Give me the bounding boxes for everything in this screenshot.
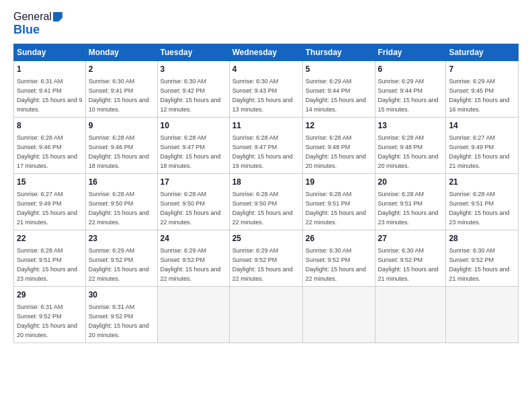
day-number: 10 xyxy=(161,120,226,132)
col-tuesday: Tuesday xyxy=(157,44,229,61)
day-info: Sunrise: 6:28 AMSunset: 9:46 PMDaylight:… xyxy=(17,134,77,169)
table-row: 14Sunrise: 6:27 AMSunset: 9:49 PMDayligh… xyxy=(446,117,519,173)
table-row: 7Sunrise: 6:29 AMSunset: 9:45 PMDaylight… xyxy=(446,61,519,118)
day-info: Sunrise: 6:28 AMSunset: 9:48 PMDaylight:… xyxy=(378,134,439,169)
day-number: 24 xyxy=(161,233,226,244)
day-number: 16 xyxy=(89,177,154,188)
day-number: 2 xyxy=(89,64,154,75)
table-row: 6Sunrise: 6:29 AMSunset: 9:44 PMDaylight… xyxy=(375,61,446,118)
day-info: Sunrise: 6:29 AMSunset: 9:52 PMDaylight:… xyxy=(232,247,293,282)
day-info: Sunrise: 6:30 AMSunset: 9:42 PMDaylight:… xyxy=(161,78,221,113)
day-number: 7 xyxy=(449,64,515,75)
day-number: 18 xyxy=(232,177,300,188)
day-number: 1 xyxy=(17,64,83,75)
table-row: 21Sunrise: 6:28 AMSunset: 9:51 PMDayligh… xyxy=(446,173,519,230)
day-info: Sunrise: 6:29 AMSunset: 9:52 PMDaylight:… xyxy=(161,247,221,282)
table-row: 4Sunrise: 6:30 AMSunset: 9:43 PMDaylight… xyxy=(229,61,302,118)
table-row: 22Sunrise: 6:28 AMSunset: 9:51 PMDayligh… xyxy=(14,230,86,286)
calendar-week-3: 15Sunrise: 6:27 AMSunset: 9:49 PMDayligh… xyxy=(14,173,519,230)
calendar-week-2: 8Sunrise: 6:28 AMSunset: 9:46 PMDaylight… xyxy=(14,117,519,173)
logo-general: General xyxy=(13,11,52,23)
day-info: Sunrise: 6:30 AMSunset: 9:52 PMDaylight:… xyxy=(378,247,439,282)
table-row xyxy=(302,286,375,342)
day-info: Sunrise: 6:30 AMSunset: 9:43 PMDaylight:… xyxy=(232,78,293,113)
day-number: 12 xyxy=(306,120,372,132)
table-row: 28Sunrise: 6:30 AMSunset: 9:52 PMDayligh… xyxy=(446,230,519,286)
table-row: 12Sunrise: 6:28 AMSunset: 9:48 PMDayligh… xyxy=(302,117,375,173)
col-monday: Monday xyxy=(85,44,157,61)
day-number: 8 xyxy=(17,120,83,132)
day-info: Sunrise: 6:31 AMSunset: 9:41 PMDaylight:… xyxy=(17,78,83,113)
day-info: Sunrise: 6:28 AMSunset: 9:50 PMDaylight:… xyxy=(89,191,149,226)
day-info: Sunrise: 6:28 AMSunset: 9:51 PMDaylight:… xyxy=(449,191,509,226)
day-number: 3 xyxy=(161,64,226,75)
day-number: 14 xyxy=(449,120,515,132)
table-row: 18Sunrise: 6:28 AMSunset: 9:50 PMDayligh… xyxy=(229,173,302,230)
table-row: 25Sunrise: 6:29 AMSunset: 9:52 PMDayligh… xyxy=(229,230,302,286)
calendar-table: Sunday Monday Tuesday Wednesday Thursday… xyxy=(13,44,519,343)
table-row xyxy=(229,286,302,342)
day-number: 26 xyxy=(306,233,372,244)
calendar-header-row: Sunday Monday Tuesday Wednesday Thursday… xyxy=(14,44,519,61)
table-row xyxy=(375,286,446,342)
day-number: 6 xyxy=(378,64,443,75)
table-row: 13Sunrise: 6:28 AMSunset: 9:48 PMDayligh… xyxy=(375,117,446,173)
day-number: 13 xyxy=(378,120,443,132)
day-info: Sunrise: 6:30 AMSunset: 9:52 PMDaylight:… xyxy=(449,247,509,282)
day-number: 11 xyxy=(232,120,300,132)
table-row: 11Sunrise: 6:28 AMSunset: 9:47 PMDayligh… xyxy=(229,117,302,173)
day-number: 21 xyxy=(449,177,515,188)
table-row: 23Sunrise: 6:29 AMSunset: 9:52 PMDayligh… xyxy=(85,230,157,286)
day-number: 9 xyxy=(89,120,154,132)
table-row: 10Sunrise: 6:28 AMSunset: 9:47 PMDayligh… xyxy=(157,117,229,173)
table-row: 5Sunrise: 6:29 AMSunset: 9:44 PMDaylight… xyxy=(302,61,375,118)
table-row: 17Sunrise: 6:28 AMSunset: 9:50 PMDayligh… xyxy=(157,173,229,230)
col-sunday: Sunday xyxy=(14,44,86,61)
day-info: Sunrise: 6:29 AMSunset: 9:44 PMDaylight:… xyxy=(306,78,366,113)
day-info: Sunrise: 6:30 AMSunset: 9:52 PMDaylight:… xyxy=(306,247,366,282)
table-row: 8Sunrise: 6:28 AMSunset: 9:46 PMDaylight… xyxy=(14,117,86,173)
table-row: 19Sunrise: 6:28 AMSunset: 9:51 PMDayligh… xyxy=(302,173,375,230)
day-number: 30 xyxy=(89,289,154,301)
day-number: 27 xyxy=(378,233,443,244)
day-info: Sunrise: 6:31 AMSunset: 9:52 PMDaylight:… xyxy=(17,304,77,338)
day-info: Sunrise: 6:28 AMSunset: 9:46 PMDaylight:… xyxy=(89,134,149,169)
calendar-week-5: 29Sunrise: 6:31 AMSunset: 9:52 PMDayligh… xyxy=(14,286,519,342)
day-info: Sunrise: 6:28 AMSunset: 9:51 PMDaylight:… xyxy=(306,191,366,226)
day-info: Sunrise: 6:28 AMSunset: 9:51 PMDaylight:… xyxy=(17,247,77,282)
table-row xyxy=(446,286,519,342)
col-thursday: Thursday xyxy=(302,44,375,61)
day-number: 15 xyxy=(17,177,83,188)
day-info: Sunrise: 6:28 AMSunset: 9:47 PMDaylight:… xyxy=(232,134,293,169)
day-number: 5 xyxy=(306,64,372,75)
day-info: Sunrise: 6:28 AMSunset: 9:50 PMDaylight:… xyxy=(161,191,221,226)
table-row: 27Sunrise: 6:30 AMSunset: 9:52 PMDayligh… xyxy=(375,230,446,286)
day-info: Sunrise: 6:29 AMSunset: 9:45 PMDaylight:… xyxy=(449,78,509,113)
day-info: Sunrise: 6:29 AMSunset: 9:52 PMDaylight:… xyxy=(89,247,149,282)
day-number: 29 xyxy=(17,289,83,301)
calendar-week-1: 1Sunrise: 6:31 AMSunset: 9:41 PMDaylight… xyxy=(14,61,519,118)
day-number: 20 xyxy=(378,177,443,188)
calendar-week-4: 22Sunrise: 6:28 AMSunset: 9:51 PMDayligh… xyxy=(14,230,519,286)
day-info: Sunrise: 6:28 AMSunset: 9:50 PMDaylight:… xyxy=(232,191,293,226)
table-row: 15Sunrise: 6:27 AMSunset: 9:49 PMDayligh… xyxy=(14,173,86,230)
table-row xyxy=(157,286,229,342)
day-number: 22 xyxy=(17,233,83,244)
day-info: Sunrise: 6:28 AMSunset: 9:51 PMDaylight:… xyxy=(378,191,439,226)
day-info: Sunrise: 6:27 AMSunset: 9:49 PMDaylight:… xyxy=(17,191,77,226)
table-row: 1Sunrise: 6:31 AMSunset: 9:41 PMDaylight… xyxy=(14,61,86,118)
day-number: 17 xyxy=(161,177,226,188)
col-friday: Friday xyxy=(375,44,446,61)
table-row: 26Sunrise: 6:30 AMSunset: 9:52 PMDayligh… xyxy=(302,230,375,286)
day-number: 25 xyxy=(232,233,300,244)
day-info: Sunrise: 6:27 AMSunset: 9:49 PMDaylight:… xyxy=(449,134,509,169)
table-row: 29Sunrise: 6:31 AMSunset: 9:52 PMDayligh… xyxy=(14,286,86,342)
day-number: 23 xyxy=(89,233,154,244)
table-row: 16Sunrise: 6:28 AMSunset: 9:50 PMDayligh… xyxy=(85,173,157,230)
day-info: Sunrise: 6:29 AMSunset: 9:44 PMDaylight:… xyxy=(378,78,439,113)
logo-blue-text: Blue xyxy=(13,23,40,37)
day-number: 28 xyxy=(449,233,515,244)
day-number: 19 xyxy=(306,177,372,188)
table-row: 20Sunrise: 6:28 AMSunset: 9:51 PMDayligh… xyxy=(375,173,446,230)
col-wednesday: Wednesday xyxy=(229,44,302,61)
